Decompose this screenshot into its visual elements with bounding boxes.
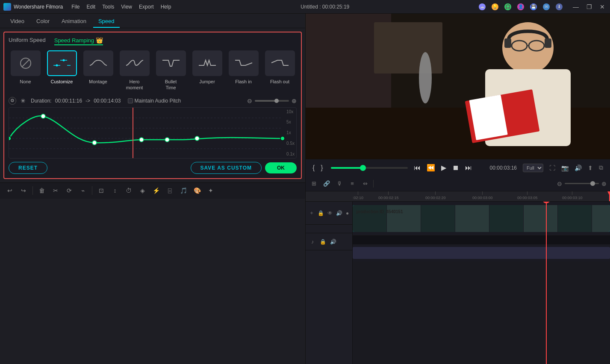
voiceover-icon[interactable]: 🎙 — [335, 179, 344, 188]
cloud-icon[interactable]: ☁ — [479, 3, 486, 10]
preset-montage[interactable]: Montage — [81, 50, 115, 91]
preset-flash-in[interactable]: Flash in — [227, 50, 260, 91]
bulb-icon[interactable]: 💡 — [492, 3, 498, 10]
preset-jumper-icon[interactable] — [192, 50, 222, 76]
preset-flash-out-icon[interactable] — [265, 50, 295, 76]
save-custom-button[interactable]: SAVE AS CUSTOM — [191, 162, 262, 174]
snap-icon[interactable]: ⊞ — [309, 179, 318, 188]
trim-icon[interactable]: ⌁ — [78, 186, 88, 195]
reset-button[interactable]: RESET — [9, 162, 47, 174]
out-point-icon[interactable]: } — [321, 164, 323, 172]
mute-video-icon[interactable]: 👁 — [327, 210, 333, 217]
preset-customize-icon[interactable] — [47, 50, 77, 76]
preset-hero-moment[interactable]: Hero moment — [118, 50, 151, 91]
mute-audio-icon[interactable]: 🔊 — [330, 238, 336, 245]
tab-color[interactable]: Color — [31, 16, 55, 28]
preset-customize[interactable]: Customize — [45, 50, 79, 91]
titlebar-icons: ☁ 💡 🎧 👤 💾 ✉ ⬇ — [479, 3, 563, 10]
restore-icon[interactable]: ⟳ — [65, 186, 74, 195]
volume-icon[interactable]: 🔊 — [575, 164, 582, 171]
headset-icon[interactable]: 🎧 — [504, 3, 511, 10]
fast-forward-button[interactable]: ⏭ — [465, 164, 472, 172]
mask-icon[interactable]: ◈ — [138, 186, 147, 195]
close-button[interactable]: ✕ — [598, 3, 607, 10]
menu-view[interactable]: View — [121, 4, 132, 10]
speed-graph[interactable]: 10x 5x 1x 0.5x 0.1x — [9, 107, 297, 159]
step-back-button[interactable]: ⏪ — [427, 164, 435, 172]
menu-tools[interactable]: Tools — [102, 4, 114, 10]
lock-audio-icon[interactable]: 🔒 — [319, 238, 326, 245]
lock-icon[interactable]: 🔒 — [318, 210, 324, 217]
preset-flash-out[interactable]: Flash out — [263, 50, 297, 91]
menu-edit[interactable]: Edit — [87, 4, 96, 10]
delete-icon[interactable]: 🗑 — [37, 186, 47, 195]
preview-progress-slider[interactable] — [331, 167, 408, 169]
speed-ramping-tab[interactable]: Speed Ramping 👑 — [54, 37, 103, 45]
preset-none[interactable]: None — [9, 50, 42, 91]
flash-in-svg — [233, 57, 254, 70]
download-icon[interactable]: ⬇ — [556, 3, 563, 10]
preset-hero-moment-icon[interactable] — [120, 50, 150, 76]
transform-icon[interactable]: ↕ — [110, 186, 120, 195]
duration-arrow: -> — [85, 98, 90, 104]
stabilize-icon[interactable]: ⌻ — [165, 186, 174, 195]
in-point-icon[interactable]: { — [312, 164, 315, 172]
ai-icon[interactable]: ✦ — [206, 186, 215, 195]
bullet-svg — [161, 57, 181, 70]
redo-icon[interactable]: ↪ — [19, 186, 28, 195]
crop-icon[interactable]: ⊡ — [97, 186, 106, 195]
audio-clip[interactable] — [353, 247, 610, 259]
play-button[interactable]: ▶ — [441, 164, 446, 172]
color-icon[interactable]: 🎨 — [192, 186, 202, 195]
mail-icon[interactable]: ✉ — [543, 3, 550, 10]
rewind-button[interactable]: ⏮ — [414, 164, 421, 172]
volume-track-icon[interactable]: 🔊 — [336, 210, 342, 217]
timer-icon[interactable]: ⏱ — [124, 186, 133, 195]
preset-flash-in-icon[interactable] — [229, 50, 259, 76]
subtitles-icon[interactable]: ≡ — [348, 179, 357, 188]
zoom-out-icon[interactable]: ⊖ — [247, 97, 252, 104]
music-icon[interactable]: ♪ — [309, 238, 316, 245]
user-icon[interactable]: 👤 — [517, 3, 524, 10]
video-clip[interactable]: production ID_4540151 — [353, 205, 610, 232]
speed-graph-zoom-slider[interactable] — [255, 100, 289, 102]
preset-bullet-time-icon[interactable] — [156, 50, 186, 76]
maintain-pitch-checkbox[interactable] — [128, 98, 133, 103]
menu-help[interactable]: Help — [161, 4, 171, 10]
quality-select[interactable]: Full 1/2 1/4 — [523, 164, 543, 172]
zoom-in-icon[interactable]: ⊕ — [292, 97, 297, 104]
audio-icon[interactable]: 🎵 — [179, 186, 188, 195]
settings-icon[interactable]: ⚙ — [9, 97, 16, 105]
preset-jumper[interactable]: Jumper — [190, 50, 224, 91]
menu-export[interactable]: Export — [139, 4, 154, 10]
preset-none-icon[interactable] — [11, 50, 41, 76]
speed-curve-svg — [9, 108, 291, 159]
maximize-button[interactable]: ❐ — [585, 3, 594, 10]
action-buttons: RESET SAVE AS CUSTOM OK — [9, 162, 297, 174]
add-track-icon[interactable]: ＋ — [309, 210, 314, 217]
preset-montage-icon[interactable] — [83, 50, 113, 76]
stop-button[interactable]: ⏹ — [452, 164, 459, 172]
uniform-speed-tab[interactable]: Uniform Speed — [9, 37, 46, 45]
fit-icon[interactable]: ⇔ — [360, 179, 370, 188]
minimize-button[interactable]: — — [571, 3, 581, 10]
zoom-out-button[interactable]: ⊖ — [557, 180, 562, 187]
tab-video[interactable]: Video — [5, 16, 29, 28]
screenshot-icon[interactable]: 📷 — [561, 164, 569, 171]
link-icon[interactable]: 🔗 — [322, 179, 331, 188]
undo-icon[interactable]: ↩ — [5, 186, 15, 195]
color-track-icon[interactable]: ● — [346, 210, 349, 217]
tab-animation[interactable]: Animation — [56, 16, 91, 28]
ok-button[interactable]: OK — [265, 162, 297, 173]
cut-icon[interactable]: ✂ — [51, 186, 60, 195]
export-frame-icon[interactable]: ⬆ — [588, 164, 593, 171]
menu-file[interactable]: File — [71, 4, 80, 10]
preset-bullet-time[interactable]: Bullet Time — [154, 50, 188, 91]
speed-icon[interactable]: ⚡ — [151, 186, 161, 195]
zoom-in-button[interactable]: ⊕ — [601, 180, 607, 187]
save-icon[interactable]: 💾 — [530, 3, 537, 10]
pip-icon[interactable]: ⧉ — [599, 164, 603, 171]
zoom-slider[interactable] — [565, 183, 599, 184]
tab-speed[interactable]: Speed — [93, 16, 120, 28]
fullscreen-icon[interactable]: ⛶ — [549, 164, 555, 171]
